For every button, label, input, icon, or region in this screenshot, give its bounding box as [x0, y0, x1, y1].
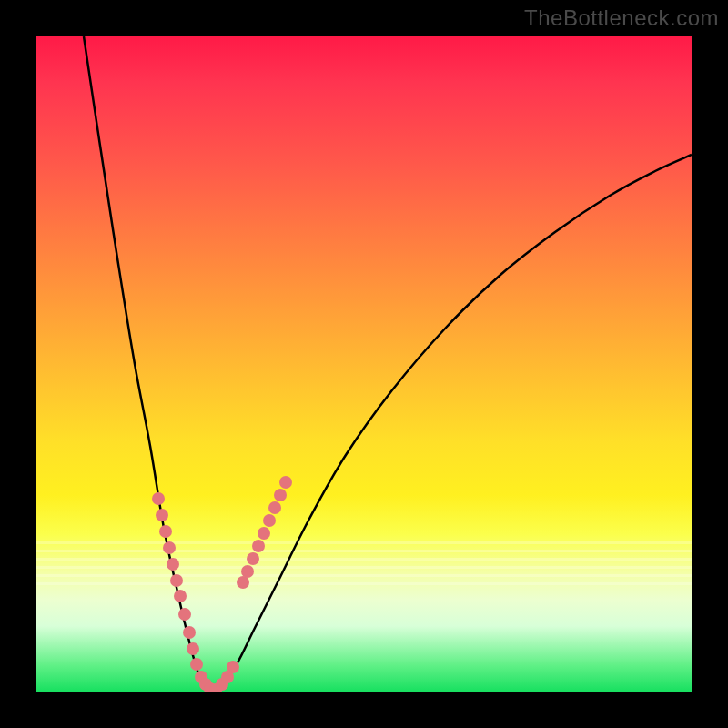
data-dot — [163, 541, 176, 554]
data-dot — [241, 565, 254, 578]
data-dot — [258, 527, 270, 540]
data-dot — [167, 558, 179, 571]
data-dot — [190, 658, 203, 671]
data-dot — [170, 574, 183, 587]
data-dot — [263, 514, 276, 527]
data-dot — [247, 552, 259, 565]
data-dot — [159, 525, 172, 538]
bottleneck-curve — [36, 36, 692, 692]
data-dot — [174, 590, 187, 602]
data-dot — [237, 576, 249, 589]
data-dot — [183, 626, 196, 639]
data-dot — [227, 661, 239, 673]
data-dot — [279, 476, 292, 489]
data-dot — [252, 540, 265, 552]
watermark-text: TheBottleneck.com — [524, 5, 719, 31]
data-dot — [187, 642, 199, 655]
data-dot — [268, 501, 281, 514]
data-dot — [156, 509, 168, 521]
plot-area — [36, 36, 692, 692]
chart-frame: TheBottleneck.com — [0, 0, 728, 728]
data-dot — [178, 608, 191, 621]
data-dot — [152, 492, 165, 505]
data-dot — [274, 489, 287, 501]
